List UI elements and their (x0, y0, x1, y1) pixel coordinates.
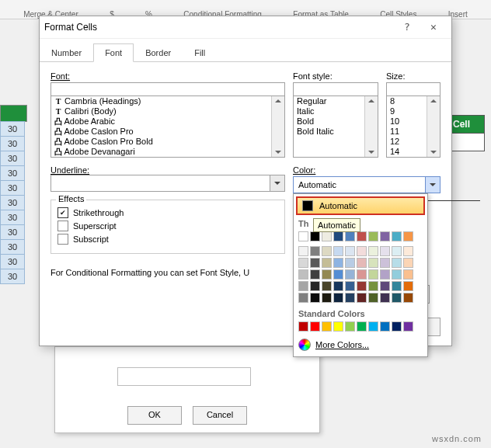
color-swatch[interactable] (380, 321, 390, 332)
color-swatch[interactable] (310, 321, 320, 332)
color-swatch[interactable] (380, 246, 390, 256)
color-swatch[interactable] (322, 258, 332, 268)
color-swatch[interactable] (403, 246, 413, 256)
color-swatch[interactable] (368, 231, 378, 241)
color-swatch[interactable] (333, 293, 343, 303)
color-swatch[interactable] (357, 231, 367, 241)
color-swatch[interactable] (298, 321, 308, 332)
scrollbar[interactable] (364, 96, 378, 157)
row-number[interactable]: 30 (0, 121, 25, 137)
subscript-checkbox[interactable]: Subscript (57, 234, 278, 245)
color-swatch[interactable] (392, 321, 402, 332)
underline-select[interactable] (50, 175, 285, 192)
chevron-down-icon[interactable] (270, 175, 284, 191)
sub-dialog-field[interactable] (117, 367, 251, 386)
color-swatch[interactable] (310, 246, 320, 256)
row-number[interactable]: 30 (0, 165, 25, 181)
color-swatch[interactable] (298, 258, 308, 268)
scrollbar[interactable] (427, 96, 440, 157)
color-swatch[interactable] (403, 321, 413, 332)
color-swatch[interactable] (368, 258, 378, 268)
row-number[interactable]: 30 (0, 224, 25, 240)
color-swatch[interactable] (380, 231, 390, 241)
color-swatch[interactable] (322, 231, 332, 241)
color-swatch[interactable] (322, 269, 332, 280)
color-swatch[interactable] (345, 293, 355, 303)
font-input[interactable] (50, 82, 285, 96)
color-swatch[interactable] (310, 258, 320, 268)
color-swatch[interactable] (368, 293, 378, 303)
color-swatch[interactable] (298, 293, 308, 303)
color-swatch[interactable] (403, 269, 413, 280)
row-number[interactable]: 30 (0, 210, 25, 225)
row-number[interactable]: 30 (0, 269, 25, 284)
color-swatch[interactable] (357, 293, 367, 303)
color-swatch[interactable] (345, 281, 355, 291)
color-swatch[interactable] (403, 231, 413, 241)
color-swatch[interactable] (322, 246, 332, 256)
color-swatch[interactable] (403, 281, 413, 291)
automatic-color-option[interactable]: Automatic Automatic (296, 196, 425, 215)
color-swatch[interactable] (368, 281, 378, 291)
color-swatch[interactable] (403, 258, 413, 268)
superscript-checkbox[interactable]: Superscript (57, 221, 278, 231)
color-swatch[interactable] (310, 293, 320, 303)
color-swatch[interactable] (333, 269, 343, 280)
color-swatch[interactable] (322, 321, 332, 332)
color-swatch[interactable] (345, 231, 355, 241)
color-swatch[interactable] (380, 293, 390, 303)
color-swatch[interactable] (357, 258, 367, 268)
row-number[interactable]: 30 (0, 195, 25, 210)
sub-ok-button[interactable]: OK (127, 406, 182, 425)
sub-cancel-button[interactable]: Cancel (193, 406, 247, 425)
color-select[interactable]: Automatic (293, 176, 441, 193)
color-swatch[interactable] (333, 246, 343, 256)
color-swatch[interactable] (310, 231, 320, 241)
tab-font[interactable]: Font (93, 43, 134, 62)
color-swatch[interactable] (357, 269, 367, 280)
color-swatch[interactable] (333, 258, 343, 268)
color-swatch[interactable] (345, 321, 355, 332)
color-swatch[interactable] (392, 293, 402, 303)
color-swatch[interactable] (357, 281, 367, 291)
color-swatch[interactable] (392, 258, 402, 268)
color-swatch[interactable] (333, 231, 343, 241)
color-swatch[interactable] (392, 281, 402, 291)
color-swatch[interactable] (380, 281, 390, 291)
row-number[interactable]: 30 (0, 239, 25, 255)
size-list[interactable]: 8 9 10 11 12 14 (386, 96, 441, 158)
tab-fill[interactable]: Fill (183, 43, 217, 62)
font-list[interactable]: T Cambria (Headings) T Calibri (Body) 凸 … (50, 96, 285, 158)
color-swatch[interactable] (392, 246, 402, 256)
row-number[interactable]: 30 (0, 254, 25, 269)
close-button[interactable]: ✕ (420, 19, 447, 36)
more-colors-option[interactable]: More Colors... (294, 336, 427, 353)
row-number[interactable]: 30 (0, 136, 25, 151)
color-swatch[interactable] (345, 246, 355, 256)
strikethrough-checkbox[interactable]: Strikethrough (57, 207, 278, 218)
color-swatch[interactable] (380, 258, 390, 268)
scrollbar[interactable] (271, 96, 284, 157)
color-swatch[interactable] (380, 269, 390, 280)
column-header[interactable] (0, 105, 27, 122)
color-swatch[interactable] (357, 321, 367, 332)
color-swatch[interactable] (298, 281, 308, 291)
color-swatch[interactable] (368, 321, 378, 332)
color-swatch[interactable] (345, 269, 355, 280)
color-swatch[interactable] (322, 293, 332, 303)
titlebar[interactable]: Format Cells ? ✕ (40, 16, 451, 39)
font-style-list[interactable]: Regular Italic Bold Bold Italic (293, 96, 378, 158)
color-swatch[interactable] (403, 293, 413, 303)
color-swatch[interactable] (345, 258, 355, 268)
tab-border[interactable]: Border (134, 43, 183, 62)
color-swatch[interactable] (298, 269, 308, 280)
color-swatch[interactable] (298, 246, 308, 256)
chevron-down-icon[interactable] (425, 177, 440, 193)
color-swatch[interactable] (357, 246, 367, 256)
help-button[interactable]: ? (394, 19, 420, 36)
color-swatch[interactable] (310, 269, 320, 280)
color-swatch[interactable] (368, 269, 378, 280)
tab-number[interactable]: Number (40, 43, 93, 62)
row-number[interactable]: 30 (0, 180, 25, 196)
color-swatch[interactable] (310, 281, 320, 291)
